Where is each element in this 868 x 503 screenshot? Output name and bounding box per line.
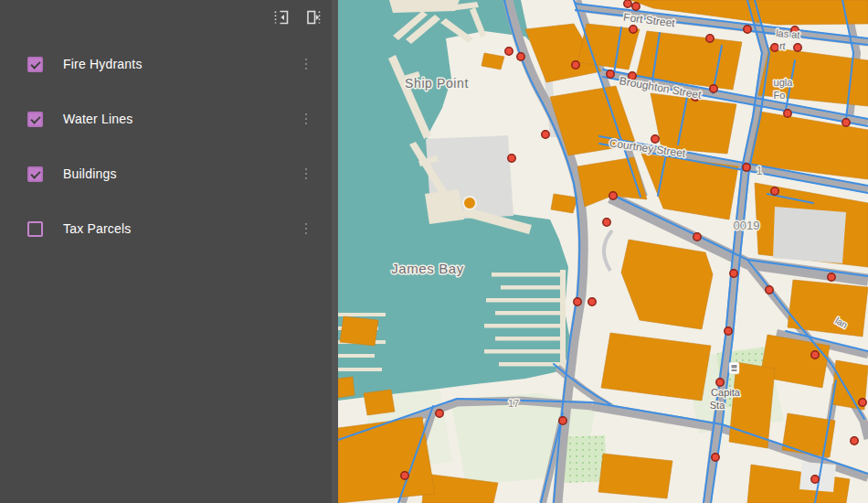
map-label: Sta bbox=[710, 400, 725, 411]
fire-hydrant-point bbox=[632, 3, 640, 10]
fire-hydrant-point bbox=[559, 417, 566, 424]
layer-checkbox[interactable] bbox=[27, 221, 43, 237]
fire-hydrant-point bbox=[630, 26, 637, 33]
app-window: Fire Hydrants Water Lines Buildings Tax … bbox=[0, 0, 868, 503]
layer-checkbox[interactable] bbox=[27, 57, 43, 72]
fire-hydrant-point bbox=[607, 70, 614, 78]
map-label: Ship Point bbox=[405, 76, 469, 91]
layer-options-button[interactable] bbox=[302, 163, 312, 186]
fire-hydrant-point bbox=[603, 219, 610, 226]
layer-options-button[interactable] bbox=[302, 53, 312, 76]
fire-hydrant-point bbox=[710, 85, 717, 92]
map-viewport[interactable]: Ship PointJames BayFort StreetBroughton … bbox=[338, 0, 868, 503]
layer-row-water-lines: Water Lines bbox=[0, 91, 338, 146]
layer-options-button[interactable] bbox=[302, 108, 312, 131]
dock-panel-button[interactable] bbox=[303, 7, 323, 27]
fire-hydrant-point bbox=[716, 379, 724, 386]
map-label: 0019 bbox=[734, 219, 760, 232]
layer-list: Fire Hydrants Water Lines Buildings Tax … bbox=[0, 0, 338, 256]
layer-label: Tax Parcels bbox=[63, 221, 132, 236]
bus-stop-icon bbox=[729, 362, 739, 374]
fire-hydrant-point bbox=[508, 155, 515, 162]
fire-hydrant-point bbox=[693, 233, 701, 241]
fire-hydrant-point bbox=[828, 273, 835, 281]
map-label: James Bay bbox=[391, 261, 464, 276]
fire-hydrant-point bbox=[725, 327, 732, 335]
fire-hydrant-point bbox=[771, 44, 778, 51]
layer-checkbox[interactable] bbox=[27, 112, 43, 127]
panel-edge bbox=[332, 0, 338, 503]
panel-toolbar bbox=[271, 7, 323, 27]
map-label: 1 bbox=[757, 165, 763, 177]
fire-hydrant-point bbox=[712, 454, 719, 461]
fire-hydrant-point bbox=[851, 437, 858, 444]
layer-options-button[interactable] bbox=[302, 218, 312, 241]
layer-checkbox[interactable] bbox=[27, 166, 43, 182]
collapse-panel-button[interactable] bbox=[271, 7, 291, 27]
layer-row-tax-parcels: Tax Parcels bbox=[0, 201, 338, 256]
layer-label: Water Lines bbox=[63, 112, 132, 126]
map-label: rt bbox=[778, 40, 786, 52]
dock-panel-icon bbox=[304, 8, 323, 27]
layer-label: Buildings bbox=[63, 166, 117, 181]
fire-hydrant-point bbox=[706, 35, 714, 42]
fire-hydrant-point bbox=[624, 0, 631, 7]
fire-hydrant-point bbox=[811, 351, 819, 359]
fire-hydrant-point bbox=[784, 110, 791, 117]
fire-hydrant-point bbox=[766, 286, 773, 294]
map-label: las at bbox=[776, 27, 800, 40]
fire-hydrant-point bbox=[609, 192, 617, 199]
fire-hydrant-point bbox=[794, 44, 801, 51]
fire-hydrant-point bbox=[517, 53, 524, 60]
fire-hydrant-point bbox=[842, 119, 850, 126]
map-label: Fo bbox=[774, 90, 786, 101]
layer-row-fire-hydrants: Fire Hydrants bbox=[0, 37, 338, 91]
collapse-panel-icon bbox=[272, 8, 291, 27]
layer-list-panel: Fire Hydrants Water Lines Buildings Tax … bbox=[0, 0, 338, 503]
fire-hydrant-point bbox=[401, 472, 408, 479]
map-label: ugla bbox=[774, 77, 794, 88]
map-label: 17 bbox=[508, 398, 519, 409]
layer-row-buildings: Buildings bbox=[0, 146, 338, 201]
fire-hydrant-point bbox=[743, 164, 750, 171]
fire-hydrant-point bbox=[771, 187, 778, 195]
fire-hydrant-point bbox=[588, 298, 596, 305]
layer-label: Fire Hydrants bbox=[63, 57, 143, 71]
fire-hydrant-point bbox=[505, 48, 513, 55]
fire-hydrant-point bbox=[859, 399, 866, 406]
fire-hydrant-point bbox=[730, 270, 737, 277]
fire-hydrant-point bbox=[542, 131, 549, 138]
fire-hydrant-point bbox=[572, 61, 579, 69]
fire-hydrant-point bbox=[744, 26, 751, 33]
fire-hydrant-point bbox=[811, 476, 819, 483]
fire-hydrant-point bbox=[574, 298, 581, 305]
map-canvas: Ship PointJames BayFort StreetBroughton … bbox=[338, 0, 868, 503]
map-label: Capita bbox=[711, 387, 741, 398]
fire-hydrant-point bbox=[436, 410, 443, 417]
